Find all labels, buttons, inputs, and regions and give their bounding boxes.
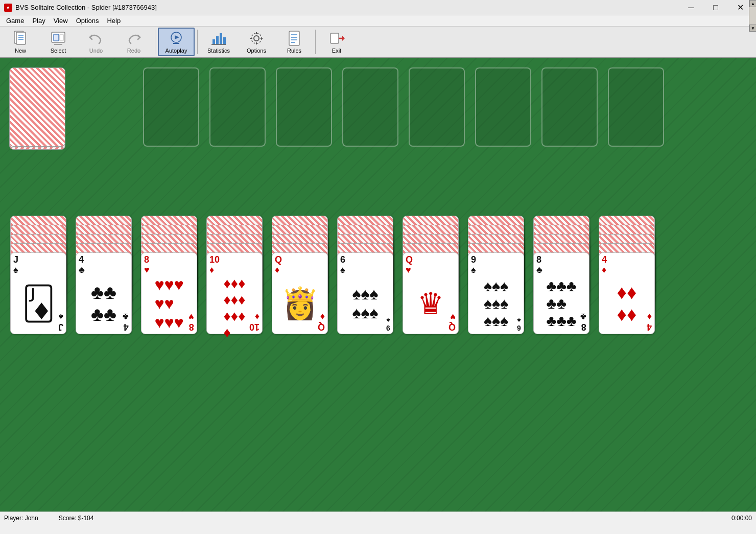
game-area[interactable]: J♠ 🃋 J♠ 4♣ ♣♣♣♣ 4♣ 8♥ ♥♥♥♥♥♥♥♥ 8♥ bbox=[0, 58, 756, 512]
column-8[interactable]: 8♣ ♣♣♣♣♣♣♣♣ 8♣ bbox=[533, 216, 589, 297]
svg-rect-14 bbox=[220, 33, 222, 44]
toolbar-scrollbar[interactable]: ▲ ▼ bbox=[749, 0, 756, 32]
card-rank-top: 6♠ bbox=[340, 255, 390, 275]
column-9[interactable]: 4♦ ♦♦♦♦ 4♦ bbox=[599, 216, 655, 297]
card-Q-diamonds[interactable]: Q♦ 👸 Q♦ bbox=[272, 252, 328, 334]
menu-game[interactable]: Game bbox=[2, 16, 28, 26]
exit-button[interactable]: Exit bbox=[318, 28, 355, 56]
card-rank-bottom: J♠ bbox=[58, 311, 63, 332]
card-rank-bottom: 10♦ bbox=[249, 311, 259, 332]
app-icon: ♠ bbox=[4, 4, 12, 12]
card-rank-top: J♠ bbox=[13, 255, 63, 275]
card-rank-top: Q♥ bbox=[406, 255, 456, 275]
stock-pile[interactable] bbox=[9, 67, 65, 147]
menu-options[interactable]: Options bbox=[72, 16, 103, 26]
column-5[interactable]: 6♠ ♠♠♠♠♠♠ 9♠ bbox=[337, 216, 393, 297]
card-8-clubs[interactable]: 8♣ ♣♣♣♣♣♣♣♣ 8♣ bbox=[533, 252, 589, 334]
minimize-button[interactable]: ─ bbox=[679, 0, 703, 15]
card-Q-hearts[interactable]: Q♥ ♛ Q♥ bbox=[403, 252, 459, 334]
redo-button[interactable]: Redo bbox=[115, 28, 152, 56]
card-face-image: 🃋 bbox=[13, 275, 63, 332]
menu-play[interactable]: Play bbox=[28, 16, 49, 26]
card-rank-bottom: 9♠ bbox=[386, 316, 390, 332]
card-6-spades[interactable]: 6♠ ♠♠♠♠♠♠ 9♠ bbox=[337, 252, 393, 334]
card-rank-top: 4♣ bbox=[79, 255, 129, 275]
column-2[interactable]: 8♥ ♥♥♥♥♥♥♥♥ 8♥ bbox=[141, 216, 197, 297]
card-rank-top: 8♣ bbox=[536, 255, 586, 275]
window-title: BVS Solitaire Collection - Spider [#1873… bbox=[15, 4, 157, 11]
svg-rect-28 bbox=[330, 33, 339, 43]
svg-rect-13 bbox=[216, 36, 219, 44]
titlebar-left: ♠ BVS Solitaire Collection - Spider [#18… bbox=[4, 4, 157, 12]
titlebar: ♠ BVS Solitaire Collection - Spider [#18… bbox=[0, 0, 756, 15]
svg-point-17 bbox=[254, 36, 259, 41]
svg-marker-10 bbox=[175, 35, 179, 39]
column-4[interactable]: Q♦ 👸 Q♦ bbox=[272, 216, 328, 297]
card-rank-top: Q♦ bbox=[275, 255, 325, 275]
autoplay-label: Autoplay bbox=[166, 48, 187, 54]
menubar: Game Play View Options Help bbox=[0, 15, 756, 27]
card-rank-bottom: 4♣ bbox=[123, 311, 129, 332]
player-label: Player: John bbox=[4, 515, 38, 522]
redo-label: Redo bbox=[127, 48, 140, 54]
toolbar-sep-3 bbox=[315, 30, 316, 54]
column-1[interactable]: 4♣ ♣♣♣♣ 4♣ bbox=[76, 216, 132, 297]
time-label: 0:00:00 bbox=[731, 515, 752, 522]
toolbar-sep-1 bbox=[155, 30, 155, 54]
foundation-3 bbox=[342, 67, 398, 147]
column-0[interactable]: J♠ 🃋 J♠ bbox=[10, 216, 66, 297]
card-rank-top: 4♦ bbox=[602, 255, 652, 275]
toolbar-sep-2 bbox=[197, 30, 198, 54]
menu-view[interactable]: View bbox=[50, 16, 72, 26]
new-icon bbox=[12, 30, 29, 47]
card-10-diamonds[interactable]: 10♦ ♦♦♦♦♦♦♦♦♦♦ 10♦ bbox=[206, 252, 263, 334]
card-rank-bottom: 8♥ bbox=[188, 311, 194, 332]
card-center: ♠♠♠♠♠♠♠♠♠ bbox=[471, 275, 521, 332]
select-label: Select bbox=[51, 48, 66, 54]
svg-rect-7 bbox=[60, 34, 63, 41]
maximize-button[interactable]: □ bbox=[704, 0, 727, 15]
exit-label: Exit bbox=[332, 48, 341, 54]
rules-label: Rules bbox=[287, 48, 301, 54]
card-4-clubs[interactable]: 4♣ ♣♣♣♣ 4♣ bbox=[76, 252, 132, 334]
column-3[interactable]: 10♦ ♦♦♦♦♦♦♦♦♦♦ 10♦ bbox=[206, 216, 263, 297]
new-button[interactable]: New bbox=[2, 28, 39, 56]
card-center: ♣♣♣♣♣♣♣♣ bbox=[536, 275, 586, 332]
select-button[interactable]: Select bbox=[40, 28, 77, 56]
options-label: Options bbox=[247, 48, 266, 54]
titlebar-controls: ─ □ ✕ bbox=[679, 0, 752, 15]
foundation-6 bbox=[541, 67, 598, 147]
options-button[interactable]: Options bbox=[238, 28, 275, 56]
statusbar: Player: John Score: $-104 0:00:00 bbox=[0, 512, 756, 524]
card-rank-bottom: 8♣ bbox=[580, 311, 586, 332]
card-rank-bottom: Q♦ bbox=[318, 311, 325, 332]
foundation-4 bbox=[409, 67, 465, 147]
rules-button[interactable]: Rules bbox=[276, 28, 313, 56]
card-rank-bottom: Q♥ bbox=[448, 311, 456, 332]
select-icon bbox=[50, 30, 66, 47]
rules-icon bbox=[286, 30, 302, 47]
stock-card-back bbox=[9, 67, 65, 147]
svg-rect-15 bbox=[223, 37, 226, 44]
card-rank-top: 10♦ bbox=[209, 255, 259, 275]
statistics-button[interactable]: Statistics bbox=[200, 28, 237, 56]
card-4-diamonds[interactable]: 4♦ ♦♦♦♦ 4♦ bbox=[599, 252, 655, 334]
menu-help[interactable]: Help bbox=[103, 16, 125, 26]
card-rank-bottom: 6♠ bbox=[517, 316, 521, 332]
statistics-label: Statistics bbox=[207, 48, 230, 54]
svg-rect-6 bbox=[54, 34, 59, 41]
autoplay-button[interactable]: Autoplay bbox=[158, 28, 195, 56]
card-8-hearts[interactable]: 8♥ ♥♥♥♥♥♥♥♥ 8♥ bbox=[141, 252, 197, 334]
new-label: New bbox=[15, 48, 26, 54]
undo-icon bbox=[88, 30, 104, 47]
column-6[interactable]: Q♥ ♛ Q♥ bbox=[403, 216, 459, 297]
svg-point-18 bbox=[251, 33, 262, 43]
card-9-spades[interactable]: 9♠ ♠♠♠♠♠♠♠♠♠ 6♠ bbox=[468, 252, 524, 334]
card-J-spades[interactable]: J♠ 🃋 J♠ bbox=[10, 252, 66, 334]
autoplay-icon bbox=[168, 30, 184, 47]
foundation-1 bbox=[209, 67, 266, 147]
foundation-0 bbox=[143, 67, 199, 147]
statistics-icon bbox=[210, 30, 227, 47]
column-7[interactable]: 9♠ ♠♠♠♠♠♠♠♠♠ 6♠ bbox=[468, 216, 524, 297]
undo-button[interactable]: Undo bbox=[78, 28, 114, 56]
